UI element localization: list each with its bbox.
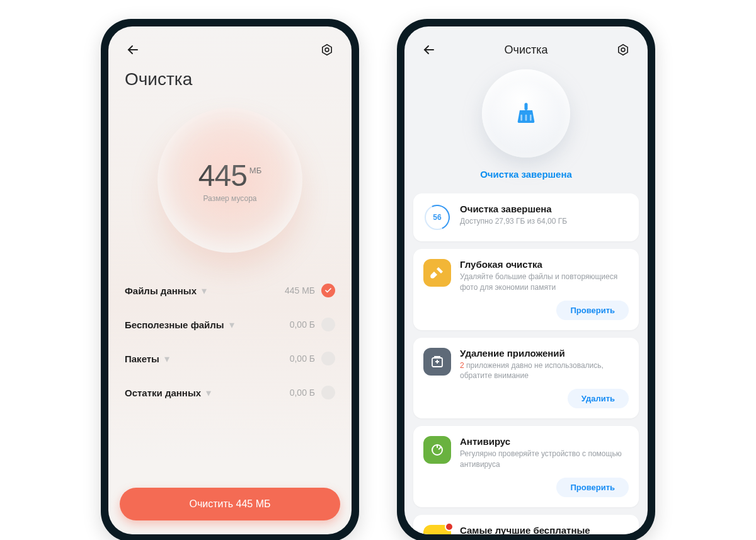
trash-size-label: Размер мусора bbox=[203, 194, 257, 203]
card-title: Очистка завершена bbox=[460, 204, 629, 214]
category-list: Файлы данных ▾ 445 МБ Бесполезные файлы … bbox=[108, 268, 352, 415]
remove-apps-card: Удаление приложений 2 приложения давно н… bbox=[413, 338, 639, 419]
trash-size-unit: МБ bbox=[249, 166, 261, 175]
screen-cleanup-done: Очистка Очистка завершена 56 Очистка зав… bbox=[404, 26, 648, 534]
remove-button[interactable]: Удалить bbox=[568, 389, 629, 408]
category-value: 445 МБ bbox=[285, 285, 315, 296]
back-button[interactable] bbox=[123, 40, 142, 59]
chevron-down-icon: ▾ bbox=[229, 319, 234, 331]
category-label: Остатки данных bbox=[125, 388, 201, 398]
app-box-icon bbox=[423, 348, 451, 376]
check-icon bbox=[324, 287, 332, 294]
antivirus-card: Антивирус Регулярно проверяйте устройств… bbox=[413, 426, 639, 507]
category-label: Файлы данных bbox=[125, 285, 197, 296]
checkbox-unchecked[interactable] bbox=[321, 318, 335, 331]
check-button[interactable]: Проверить bbox=[556, 478, 629, 497]
category-label: Бесполезные файлы bbox=[125, 319, 224, 330]
unused-count: 2 bbox=[460, 361, 464, 370]
svg-rect-2 bbox=[525, 103, 528, 110]
card-list: 56 Очистка завершена Доступно 27,93 ГБ и… bbox=[404, 193, 648, 534]
phone-left: Очистка 445 МБ Размер мусора Файлы данны… bbox=[101, 19, 359, 540]
category-value: 0,00 Б bbox=[290, 353, 315, 364]
svg-rect-3 bbox=[520, 115, 522, 121]
cleanup-done-text: Очистка завершена bbox=[480, 169, 572, 180]
svg-point-0 bbox=[325, 48, 329, 52]
category-row[interactable]: Бесполезные файлы ▾ 0,00 Б bbox=[123, 307, 336, 342]
phone-right: Очистка Очистка завершена 56 Очистка зав… bbox=[397, 19, 655, 540]
cleanup-orb bbox=[482, 69, 570, 158]
trash-size-hero: 445 МБ Размер мусора bbox=[108, 92, 352, 268]
ad-card[interactable]: Самые лучшие бесплатные bbox=[413, 515, 639, 534]
broom-icon bbox=[513, 101, 539, 126]
card-subtitle: Доступно 27,93 ГБ из 64,00 ГБ bbox=[460, 216, 629, 227]
arrow-left-icon bbox=[125, 42, 140, 57]
chevron-down-icon: ▾ bbox=[202, 285, 207, 297]
settings-button[interactable] bbox=[614, 40, 633, 59]
gear-icon bbox=[616, 43, 630, 57]
svg-rect-5 bbox=[530, 115, 532, 121]
back-button[interactable] bbox=[420, 40, 438, 59]
card-title: Самые лучшие бесплатные bbox=[460, 525, 629, 534]
card-title: Удаление приложений bbox=[460, 348, 629, 359]
card-subtitle: Регулярно проверяйте устройство с помощь… bbox=[460, 449, 629, 470]
card-subtitle: Удаляйте большие файлы и повторяющиеся ф… bbox=[460, 272, 629, 293]
antivirus-scan-icon bbox=[423, 436, 451, 464]
page-title: Очистка bbox=[108, 64, 352, 92]
trash-size-circle: 445 МБ Размер мусора bbox=[158, 108, 302, 253]
cleanup-done-hero: Очистка завершена bbox=[404, 63, 648, 193]
category-value: 0,00 Б bbox=[290, 319, 315, 330]
category-row[interactable]: Пакеты ▾ 0,00 Б bbox=[123, 342, 336, 376]
category-row[interactable]: Остатки данных ▾ 0,00 Б bbox=[123, 376, 336, 410]
trash-size-value: 445 bbox=[198, 158, 247, 193]
check-button[interactable]: Проверить bbox=[556, 301, 629, 320]
page-title: Очистка bbox=[505, 43, 548, 57]
svg-rect-4 bbox=[525, 115, 527, 121]
deep-clean-card: Глубокая очистка Удаляйте большие файлы … bbox=[413, 249, 639, 330]
clean-button[interactable]: Очистить 445 МБ bbox=[120, 488, 340, 520]
shovel-icon bbox=[423, 259, 451, 287]
storage-card[interactable]: 56 Очистка завершена Доступно 27,93 ГБ и… bbox=[413, 193, 639, 241]
checkbox-unchecked[interactable] bbox=[321, 386, 335, 399]
checkbox-unchecked[interactable] bbox=[321, 352, 335, 365]
topbar: Очистка bbox=[404, 26, 648, 63]
svg-point-1 bbox=[621, 48, 625, 52]
settings-button[interactable] bbox=[318, 40, 336, 59]
category-label: Пакеты bbox=[125, 353, 159, 364]
card-title: Антивирус bbox=[460, 436, 629, 447]
arrow-left-icon bbox=[421, 42, 437, 57]
category-row[interactable]: Файлы данных ▾ 445 МБ bbox=[123, 273, 336, 307]
topbar bbox=[108, 26, 352, 64]
card-subtitle: 2 приложения давно не использовались, об… bbox=[460, 360, 629, 382]
card-title: Глубокая очистка bbox=[460, 259, 629, 270]
chevron-down-icon: ▾ bbox=[164, 353, 169, 365]
category-value: 0,00 Б bbox=[290, 388, 315, 398]
game-ad-icon bbox=[423, 525, 451, 534]
storage-ring-icon: 56 bbox=[425, 205, 450, 230]
screen-cleanup-scan: Очистка 445 МБ Размер мусора Файлы данны… bbox=[108, 26, 352, 534]
chevron-down-icon: ▾ bbox=[206, 387, 211, 399]
gear-icon bbox=[320, 43, 334, 57]
checkbox-checked[interactable] bbox=[321, 284, 335, 297]
notification-badge-icon bbox=[445, 522, 454, 531]
